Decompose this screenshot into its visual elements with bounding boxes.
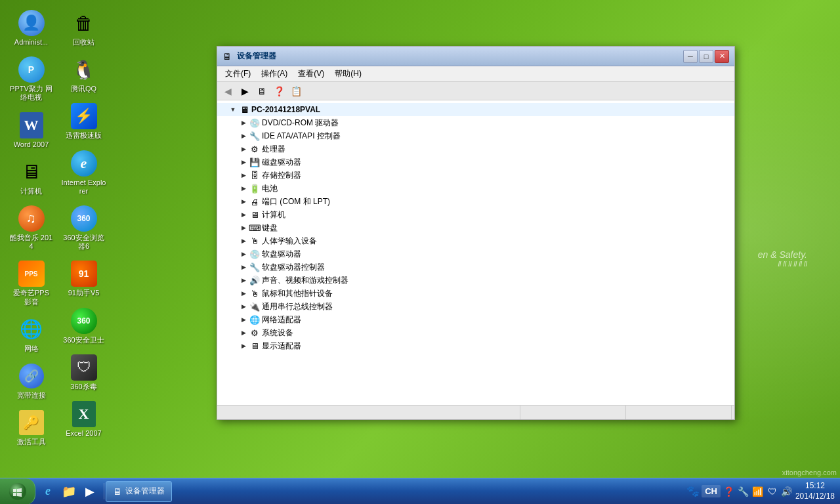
tray-settings-icon[interactable]: 🔧 (738, 486, 749, 497)
tray-lang-indicator[interactable]: CH (702, 485, 721, 497)
tree-node-disk[interactable]: ▶ 💾 磁盘驱动器 (217, 156, 734, 169)
taskbar-folder-button[interactable]: 📁 (59, 482, 79, 501)
tree-node-cpu[interactable]: ▶ ⚙ 处理器 (217, 142, 734, 156)
menu-help[interactable]: 帮助(H) (329, 67, 367, 81)
desktop-icon-broadband[interactable]: 🔗 宽带连接 (7, 360, 56, 403)
keyboard-expander[interactable]: ▶ (238, 222, 249, 233)
desktop-icon-network[interactable]: 🌐 网络 (7, 313, 56, 356)
toolbar-tree-button[interactable]: 🖥 (254, 84, 270, 98)
tree-root-node[interactable]: ▼ 🖥 PC-20141218PVAL (217, 103, 734, 116)
desktop-icon-antivirus[interactable]: 🛡 360杀毒 (59, 351, 108, 394)
tree-node-storage[interactable]: ▶ 🗄 存储控制器 (217, 169, 734, 182)
menu-file[interactable]: 文件(F) (220, 67, 256, 81)
floppy-label: 软盘驱动器 (262, 249, 301, 260)
floppy-ctrl-expander[interactable]: ▶ (238, 262, 249, 272)
floppy-icon: 💿 (249, 249, 261, 259)
tray-paw-icon[interactable]: 🐾 (687, 486, 699, 497)
desktop-icon-admin[interactable]: 👤 Administ... (7, 7, 56, 50)
system-icon: ⚙ (249, 327, 261, 338)
floppy-ctrl-icon: 🔧 (249, 262, 261, 272)
tree-node-port[interactable]: ▶ 🖨 端口 (COM 和 LPT) (217, 195, 734, 208)
system-label: 系统设备 (262, 327, 293, 339)
minimize-button[interactable]: ─ (683, 50, 698, 63)
maximize-button[interactable]: □ (699, 50, 713, 63)
desktop-icon-qq[interactable]: 🐧 腾讯QQ (59, 53, 108, 96)
desktop-icon-excel[interactable]: X Excel 2007 (59, 398, 108, 441)
toolbar-help-button[interactable]: ❓ (271, 84, 287, 98)
desktop-icon-pps[interactable]: PPS 爱奇艺PPS 影音 (7, 257, 56, 309)
360guard-label: 360安全卫士 (63, 336, 104, 345)
window-content[interactable]: ▼ 🖥 PC-20141218PVAL ▶ 💿 DVD/CD-ROM 驱动器 ▶… (217, 100, 734, 405)
toolbar-properties-button[interactable]: 📋 (288, 84, 304, 98)
tree-node-serial[interactable]: ▶ 🔌 通用串行总线控制器 (217, 300, 734, 313)
window-menubar: 文件(F) 操作(A) 查看(V) 帮助(H) (217, 66, 734, 82)
tray-help-icon[interactable]: ❓ (723, 486, 735, 497)
desktop-icon-music[interactable]: ♫ 酷我音乐 2014 (7, 202, 56, 254)
91-label: 91助手V5 (68, 289, 100, 297)
close-button[interactable]: ✕ (715, 50, 729, 63)
tree-node-battery[interactable]: ▶ 🔋 电池 (217, 182, 734, 195)
ide-expander[interactable]: ▶ (238, 131, 249, 141)
tree-node-system[interactable]: ▶ ⚙ 系统设备 (217, 326, 734, 339)
battery-expander[interactable]: ▶ (238, 183, 249, 194)
port-expander[interactable]: ▶ (238, 196, 249, 207)
tray-clock[interactable]: 15:12 2014/12/18 (795, 481, 835, 501)
root-expander[interactable]: ▼ (228, 104, 238, 115)
window-titlebar[interactable]: 🖥 设备管理器 ─ □ ✕ (217, 47, 734, 66)
system-expander[interactable]: ▶ (238, 327, 249, 338)
tree-node-hid[interactable]: ▶ 🖱 人体学输入设备 (217, 234, 734, 247)
desktop-icon-91[interactable]: 91 91助手V5 (59, 257, 108, 301)
music-icon: ♫ (18, 205, 45, 232)
serial-expander[interactable]: ▶ (238, 301, 249, 312)
disk-expander[interactable]: ▶ (238, 157, 249, 167)
floppy-ctrl-label: 软盘驱动器控制器 (262, 262, 325, 273)
tree-node-pc[interactable]: ▶ 🖥 计算机 (217, 208, 734, 221)
dvd-expander[interactable]: ▶ (238, 117, 249, 128)
menu-view[interactable]: 查看(V) (293, 67, 329, 81)
tree-node-keyboard[interactable]: ▶ ⌨ 键盘 (217, 221, 734, 234)
taskbar-ie-button[interactable]: e (38, 482, 58, 501)
menu-action[interactable]: 操作(A) (256, 67, 293, 81)
window-statusbar (217, 405, 734, 419)
cpu-expander[interactable]: ▶ (238, 144, 249, 154)
tree-node-ide[interactable]: ▶ 🔧 IDE ATA/ATAPI 控制器 (217, 129, 734, 142)
hid-expander[interactable]: ▶ (238, 236, 249, 246)
mouse-expander[interactable]: ▶ (238, 288, 249, 299)
start-button[interactable] (0, 478, 35, 505)
sound-expander[interactable]: ▶ (238, 275, 249, 285)
desktop-icon-word[interactable]: W Word 2007 (7, 109, 56, 152)
tray-network-icon[interactable]: 📶 (752, 486, 764, 497)
desktop-icon-recycle[interactable]: 🗑 回收站 (59, 7, 108, 50)
taskbar-media-button[interactable]: ▶ (80, 482, 100, 501)
sound-label: 声音、视频和游戏控制器 (262, 275, 348, 286)
dvd-label: DVD/CD-ROM 驱动器 (262, 117, 339, 129)
tree-node-floppy-ctrl[interactable]: ▶ 🔧 软盘驱动器控制器 (217, 261, 734, 274)
desktop-icon-pptv[interactable]: P PPTV聚力 网络电视 (7, 53, 56, 105)
tray-360-icon[interactable]: 🛡 (766, 486, 778, 497)
storage-expander[interactable]: ▶ (238, 170, 249, 180)
network-expander[interactable]: ▶ (238, 314, 249, 325)
pc-expander[interactable]: ▶ (238, 209, 249, 220)
toolbar-back-button[interactable]: ◀ (220, 84, 236, 98)
desktop-icon-360guard[interactable]: 360 360安全卫士 (59, 304, 108, 348)
tree-node-display[interactable]: ▶ 🖥 显示适配器 (217, 339, 734, 352)
desktop-icon-computer[interactable]: 🖥 计算机 (7, 156, 56, 199)
ide-icon: 🔧 (249, 131, 261, 141)
desktop-icon-360safe[interactable]: 360 360安全浏览器6 (59, 202, 108, 254)
tree-node-floppy[interactable]: ▶ 💿 软盘驱动器 (217, 247, 734, 261)
toolbar-forward-button[interactable]: ▶ (237, 84, 253, 98)
tree-node-network[interactable]: ▶ 🌐 网络适配器 (217, 313, 734, 326)
tray-volume-icon[interactable]: 🔊 (781, 486, 793, 497)
tree-node-mouse[interactable]: ▶ 🖱 鼠标和其他指针设备 (217, 287, 734, 300)
desktop-icon-activate[interactable]: 🔑 激活工具 (7, 406, 56, 450)
tree-node-dvd[interactable]: ▶ 💿 DVD/CD-ROM 驱动器 (217, 116, 734, 129)
computer-icon: 🖥 (18, 159, 45, 185)
floppy-expander[interactable]: ▶ (238, 249, 249, 259)
word-icon: W (18, 112, 45, 138)
taskbar-devmgr-button[interactable]: 🖥 设备管理器 (106, 481, 172, 502)
tree-node-sound[interactable]: ▶ 🔊 声音、视频和游戏控制器 (217, 274, 734, 287)
mouse-icon: 🖱 (249, 288, 261, 299)
desktop-icon-ie[interactable]: e Internet Explorer (59, 147, 108, 199)
display-expander[interactable]: ▶ (238, 341, 249, 351)
desktop-icon-thunder[interactable]: ⚡ 迅雷极速版 (59, 100, 108, 143)
